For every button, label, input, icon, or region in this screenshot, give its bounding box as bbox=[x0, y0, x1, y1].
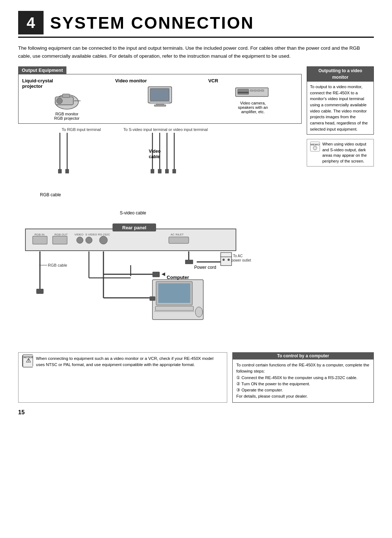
notice-icon-svg: NOTICE ⚠ bbox=[23, 354, 33, 367]
page-number: 15 bbox=[18, 409, 374, 416]
svg-rect-15 bbox=[261, 90, 264, 91]
svg-rect-24 bbox=[158, 169, 162, 173]
main-content: Output Equipment Liquid-crystalprojector bbox=[18, 66, 374, 349]
svg-point-44 bbox=[77, 237, 83, 243]
vcr-icon bbox=[235, 85, 271, 99]
svg-rect-75 bbox=[150, 296, 155, 301]
svg-rect-13 bbox=[254, 90, 257, 91]
chapter-title: SYSTEM CONNECTION bbox=[50, 13, 254, 33]
svg-text:RGB OUT: RGB OUT bbox=[54, 233, 68, 236]
svg-rect-9 bbox=[150, 102, 170, 104]
projector-icon bbox=[52, 90, 81, 110]
video-monitor-info-header: Outputting to a videomonitor bbox=[307, 67, 373, 82]
svg-text:To AC: To AC bbox=[233, 254, 243, 258]
svg-rect-59 bbox=[221, 252, 232, 257]
output-row: Liquid-crystalprojector RGB monitorRGB p… bbox=[22, 78, 298, 120]
svideo-terminal-label: To S-video input terminal or video input… bbox=[123, 127, 208, 132]
svg-rect-12 bbox=[250, 90, 253, 91]
control-box-header: To control by a computer bbox=[232, 352, 374, 360]
svg-rect-53 bbox=[152, 272, 160, 277]
svg-rect-18 bbox=[58, 169, 62, 173]
svg-marker-54 bbox=[162, 272, 165, 276]
svg-text:RGB cable: RGB cable bbox=[40, 192, 61, 197]
intro-paragraph: The following equipment can be connected… bbox=[18, 44, 374, 60]
svg-rect-42 bbox=[33, 236, 47, 244]
svg-point-84 bbox=[315, 148, 315, 149]
svg-point-61 bbox=[228, 259, 230, 261]
vcr-sub: Video camera,speakers with anamplifier, … bbox=[208, 101, 298, 114]
memo-icon-wrapper: MEMO bbox=[310, 141, 320, 153]
svg-point-46 bbox=[99, 236, 107, 244]
svg-text:MEMO: MEMO bbox=[311, 143, 320, 146]
svg-rect-14 bbox=[257, 90, 260, 91]
svg-text:Computer: Computer bbox=[167, 275, 189, 280]
svg-text:VIDEO: VIDEO bbox=[74, 233, 83, 236]
svg-text:power outlet: power outlet bbox=[231, 258, 251, 262]
svg-rect-26 bbox=[165, 169, 169, 173]
svg-rect-58 bbox=[221, 256, 232, 266]
connection-diagram: To RGB input terminal To S-video input t… bbox=[18, 124, 302, 349]
svg-rect-8 bbox=[154, 105, 166, 106]
rgb-terminal-label: To RGB input terminal bbox=[62, 127, 101, 132]
svg-rect-6 bbox=[150, 89, 169, 101]
svg-text:RGB cable: RGB cable bbox=[48, 263, 67, 267]
page-header: 4 SYSTEM CONNECTION bbox=[18, 11, 374, 38]
svg-rect-3 bbox=[62, 94, 70, 98]
memo-icon: MEMO bbox=[310, 141, 320, 152]
projector-sub: RGB monitorRGB projector bbox=[22, 112, 111, 120]
svg-rect-50 bbox=[36, 289, 44, 294]
svg-text:AC INLET: AC INLET bbox=[171, 233, 184, 236]
svg-rect-73 bbox=[154, 311, 194, 312]
output-item-projector: Liquid-crystalprojector RGB monitorRGB p… bbox=[22, 78, 111, 120]
svg-text:⚠: ⚠ bbox=[26, 357, 31, 364]
svg-text:S VIDEO: S VIDEO bbox=[85, 233, 97, 236]
notice-text: When connecting to equipment such as a v… bbox=[36, 356, 223, 367]
svg-rect-71 bbox=[155, 306, 193, 311]
video-monitor-info-body: To output to a video monitor, connect th… bbox=[307, 82, 373, 134]
control-box-text: To control certain functions of the RE-4… bbox=[236, 363, 369, 398]
svg-rect-56 bbox=[185, 260, 193, 264]
svg-point-45 bbox=[86, 237, 92, 243]
svg-point-2 bbox=[57, 98, 62, 104]
right-panel: Outputting to a videomonitor To output t… bbox=[307, 66, 374, 349]
svg-text:cable: cable bbox=[149, 154, 160, 159]
svg-rect-28 bbox=[172, 169, 176, 173]
svg-rect-22 bbox=[151, 169, 154, 173]
svg-point-60 bbox=[222, 259, 225, 261]
video-monitor-info-box: Outputting to a videomonitor To output t… bbox=[307, 66, 374, 135]
diagram-left: Output Equipment Liquid-crystalprojector bbox=[18, 66, 302, 349]
svg-text:RS-232C: RS-232C bbox=[98, 233, 110, 236]
svg-text:Rear panel: Rear panel bbox=[122, 225, 146, 230]
output-equipment-label: Output Equipment bbox=[18, 66, 66, 74]
svg-rect-43 bbox=[53, 236, 67, 244]
monitor-icon bbox=[146, 85, 173, 108]
svg-text:RGB IN: RGB IN bbox=[34, 233, 45, 236]
control-box: To control by a computer To control cert… bbox=[232, 352, 374, 403]
svg-rect-47 bbox=[169, 237, 189, 243]
svg-rect-16 bbox=[238, 92, 249, 93]
control-box-body: To control certain functions of the RE-4… bbox=[232, 360, 374, 403]
memo-text: When using video output and S-video outp… bbox=[322, 141, 371, 164]
svg-text:Power cord: Power cord bbox=[194, 265, 216, 270]
bottom-section: NOTICE ⚠ When connecting to equipment su… bbox=[18, 352, 374, 403]
output-item-vcr: VCR Video camera,speakers with anamplifi… bbox=[208, 78, 298, 114]
output-equipment-box: Liquid-crystalprojector RGB monitorRGB p… bbox=[18, 74, 302, 124]
svg-text:Video: Video bbox=[149, 149, 160, 154]
monitor-title: Video monitor bbox=[115, 78, 204, 83]
svg-text:S-video cable: S-video cable bbox=[120, 210, 146, 215]
notice-box: NOTICE ⚠ When connecting to equipment su… bbox=[18, 352, 227, 403]
svg-point-72 bbox=[195, 307, 203, 317]
output-equipment-label-wrapper: Output Equipment bbox=[18, 66, 302, 74]
projector-title: Liquid-crystalprojector bbox=[22, 78, 111, 89]
notice-icon: NOTICE ⚠ bbox=[22, 356, 33, 366]
memo-box: MEMO When using video output and S-video… bbox=[307, 139, 374, 167]
svg-rect-70 bbox=[158, 283, 190, 303]
output-item-monitor: Video monitor bbox=[115, 78, 204, 108]
svg-rect-20 bbox=[65, 169, 69, 173]
chapter-number: 4 bbox=[18, 11, 44, 34]
vcr-title: VCR bbox=[208, 78, 298, 83]
